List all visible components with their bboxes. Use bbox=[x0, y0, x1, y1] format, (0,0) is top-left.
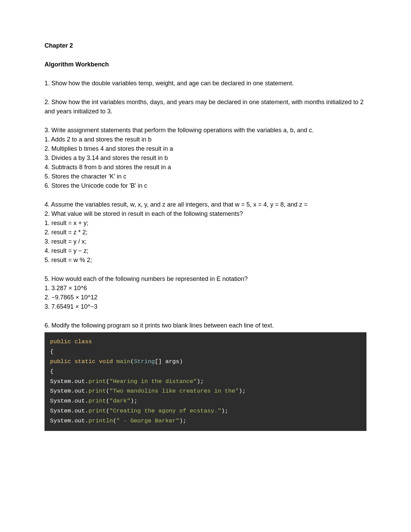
paren-open: ( bbox=[106, 378, 109, 385]
question-4-item-4: 4. result = y − z; bbox=[45, 246, 366, 256]
semicolon: ; bbox=[242, 388, 246, 394]
paren-close: ) bbox=[130, 398, 134, 404]
type-string: String bbox=[134, 358, 155, 365]
dot: . bbox=[71, 418, 74, 424]
paren-close: ) bbox=[197, 378, 200, 385]
question-3-item-6: 6. Stores the Unicode code for 'B' in c bbox=[45, 181, 366, 190]
function-print: print bbox=[88, 408, 106, 414]
function-print: print bbox=[88, 378, 106, 385]
code-line-9: System.out.println(" - George Barker"); bbox=[50, 416, 361, 426]
object-system: System bbox=[50, 408, 71, 414]
question-3-item-2: 2. Multiplies b times 4 and stores the r… bbox=[45, 144, 366, 153]
function-print: print bbox=[88, 398, 106, 404]
function-print: print bbox=[88, 388, 106, 394]
object-out: out bbox=[74, 388, 85, 394]
keyword-void: void bbox=[99, 358, 113, 365]
keyword-public: public bbox=[50, 358, 71, 365]
code-line-7: System.out.print("dark"); bbox=[50, 396, 361, 406]
question-5-prompt: 5. How would each of the following numbe… bbox=[45, 274, 366, 284]
section-title: Algorithm Workbench bbox=[45, 60, 366, 69]
question-4-item-3: 3. result = y / x; bbox=[45, 237, 366, 246]
keyword-static: static bbox=[74, 358, 95, 365]
dot: . bbox=[71, 378, 74, 385]
question-4-item-1: 1. result = x + y; bbox=[45, 219, 366, 228]
object-system: System bbox=[50, 418, 71, 424]
paren-close: ) bbox=[179, 358, 183, 365]
dot: . bbox=[85, 408, 88, 414]
paren-open: ( bbox=[106, 398, 109, 404]
string-literal-2: "Two mandolins like creatures in the" bbox=[109, 388, 238, 394]
code-line-6: System.out.print("Two mandolins like cre… bbox=[50, 386, 361, 396]
question-5: 5. How would each of the following numbe… bbox=[45, 274, 366, 311]
question-3-item-1: 1. Adds 2 to a and stores the result in … bbox=[45, 135, 366, 144]
function-println: println bbox=[88, 418, 113, 424]
code-line-8: System.out.print("Creating the agony of … bbox=[50, 406, 361, 416]
code-line-4: { bbox=[50, 367, 361, 377]
keyword-public: public bbox=[50, 338, 71, 345]
object-system: System bbox=[50, 378, 71, 385]
code-line-3: public static void main(String[] args) bbox=[50, 357, 361, 367]
question-2: 2. Show how the int variables months, da… bbox=[45, 98, 366, 116]
question-6: 6. Modify the following program so it pr… bbox=[45, 321, 366, 330]
question-3: 3. Write assignment statements that perf… bbox=[45, 126, 366, 190]
chapter-title: Chapter 2 bbox=[45, 41, 366, 50]
question-4-prompt-2: 2. What value will be stored in result i… bbox=[45, 209, 366, 219]
semicolon: ; bbox=[134, 398, 137, 404]
paren-open: ( bbox=[130, 358, 134, 365]
semicolon: ; bbox=[183, 418, 186, 424]
function-main: main bbox=[116, 358, 130, 365]
dot: . bbox=[71, 408, 74, 414]
semicolon: ; bbox=[225, 408, 228, 414]
string-literal-5: " - George Barker" bbox=[116, 418, 179, 424]
paren-open: ( bbox=[106, 408, 109, 414]
paren-open: ( bbox=[113, 418, 116, 424]
object-system: System bbox=[50, 398, 71, 404]
brace-open: { bbox=[50, 348, 53, 355]
param-args: args bbox=[165, 358, 179, 365]
code-line-1: public class bbox=[50, 337, 361, 347]
question-5-item-2: 2. −9.7865 × 10^12 bbox=[45, 293, 366, 302]
object-system: System bbox=[50, 388, 71, 394]
question-4: 4. Assume the variables result, w, x, y,… bbox=[45, 200, 366, 265]
question-3-item-3: 3. Divides a by 3.14 and stores the resu… bbox=[45, 153, 366, 163]
question-3-item-5: 5. Stores the character 'K' in c bbox=[45, 172, 366, 181]
question-1: 1. Show how the double variables temp, w… bbox=[45, 79, 366, 88]
string-literal-4: "Creating the agony of ecstasy." bbox=[109, 408, 221, 414]
object-out: out bbox=[74, 408, 85, 414]
semicolon: ; bbox=[200, 378, 204, 385]
paren-open: ( bbox=[106, 388, 109, 394]
question-5-item-1: 1. 3.287 × 10^6 bbox=[45, 284, 366, 293]
dot: . bbox=[85, 398, 88, 404]
paren-close: ) bbox=[179, 418, 183, 424]
question-4-prompt: 4. Assume the variables result, w, x, y,… bbox=[45, 200, 366, 209]
string-literal-3: "dark" bbox=[109, 398, 130, 404]
dot: . bbox=[85, 378, 88, 385]
dot: . bbox=[85, 418, 88, 424]
dot: . bbox=[71, 388, 74, 394]
question-3-prompt: 3. Write assignment statements that perf… bbox=[45, 126, 366, 135]
dot: . bbox=[85, 388, 88, 394]
dot: . bbox=[71, 398, 74, 404]
paren-close: ) bbox=[239, 388, 242, 394]
code-line-2: { bbox=[50, 347, 361, 357]
object-out: out bbox=[74, 398, 85, 404]
string-literal-1: "Hearing in the distance" bbox=[109, 378, 197, 385]
question-3-item-4: 4. Subtracts 8 from b and stores the res… bbox=[45, 163, 366, 172]
paren-close: ) bbox=[221, 408, 225, 414]
question-4-item-5: 5. result = w % 2; bbox=[45, 256, 366, 265]
brace-open: { bbox=[50, 368, 53, 375]
keyword-class: class bbox=[74, 338, 92, 345]
code-block: public class { public static void main(S… bbox=[45, 332, 366, 431]
question-4-item-2: 2. result = z * 2; bbox=[45, 228, 366, 237]
object-out: out bbox=[74, 418, 85, 424]
code-line-5: System.out.print("Hearing in the distanc… bbox=[50, 377, 361, 387]
question-5-item-3: 3. 7.65491 × 10^−3 bbox=[45, 302, 366, 311]
brackets: [] bbox=[155, 358, 165, 365]
object-out: out bbox=[74, 378, 85, 385]
